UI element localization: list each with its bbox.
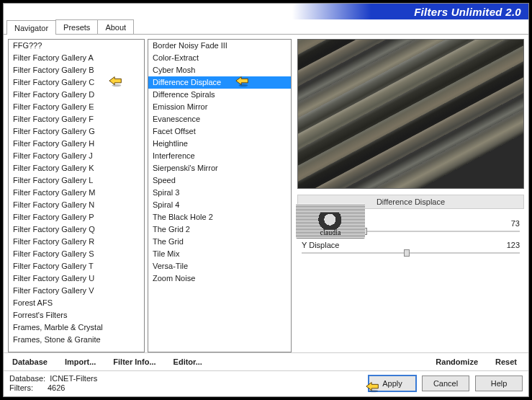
category-item[interactable]: Filter Factory Gallery T	[9, 260, 144, 272]
filter-list-panel: Border Noisy Fade IIIColor-ExtractCyber …	[148, 39, 292, 352]
param-value: 73	[511, 219, 520, 228]
category-item[interactable]: Forrest's Filters	[9, 309, 144, 321]
editor-button[interactable]: Editor...	[173, 357, 202, 366]
category-item[interactable]: Frames, Stone & Granite	[9, 334, 144, 346]
category-item[interactable]: Frames, Marble & Crystal	[9, 321, 144, 334]
filter-item[interactable]: Emission Mirror	[148, 101, 291, 113]
category-item[interactable]: Filter Factory Gallery D	[9, 89, 144, 101]
toolbar: Database Import... Filter Info... Editor…	[4, 352, 528, 370]
tabs-row: NavigatorPresetsAbout	[4, 19, 528, 35]
category-item[interactable]: Filter Factory Gallery L	[9, 174, 144, 187]
filter-item[interactable]: Versa-Tile	[148, 260, 291, 272]
filter-item[interactable]: Difference Spirals	[148, 89, 291, 101]
filter-item[interactable]: Speed	[148, 174, 291, 187]
pointer-icon	[365, 381, 381, 394]
reset-button[interactable]: Reset	[495, 357, 517, 366]
param-slider[interactable]	[302, 252, 520, 254]
apply-button[interactable]: Apply	[369, 375, 416, 391]
category-item[interactable]: Filter Factory Gallery C	[9, 76, 144, 89]
watermark-text: claudia	[296, 228, 365, 236]
filter-item[interactable]: Tile Mix	[148, 248, 291, 260]
category-item[interactable]: Filter Factory Gallery N	[9, 199, 144, 211]
watermark-overlay: claudia	[296, 204, 365, 239]
category-list-panel: FFG???Filter Factory Gallery AFilter Fac…	[8, 39, 145, 352]
filter-info-button[interactable]: Filter Info...	[113, 357, 155, 366]
category-item[interactable]: Filter Factory Gallery F	[9, 113, 144, 125]
category-item[interactable]: Filter Factory Gallery P	[9, 211, 144, 223]
slider-thumb[interactable]	[404, 249, 410, 257]
category-item[interactable]: Filter Factory Gallery G	[9, 125, 144, 138]
category-item[interactable]: Filter Factory Gallery A	[9, 52, 144, 64]
filter-item[interactable]: Border Noisy Fade III	[148, 40, 291, 52]
param-row: Y Displace123	[299, 241, 523, 249]
status-db-value: ICNET-Filters	[50, 374, 97, 383]
tab-navigator[interactable]: Navigator	[6, 20, 56, 35]
randomize-button[interactable]: Randomize	[436, 357, 478, 366]
category-item[interactable]: FFG???	[9, 40, 144, 52]
cancel-button[interactable]: Cancel	[422, 375, 469, 391]
category-item[interactable]: Filter Factory Gallery M	[9, 187, 144, 199]
category-item[interactable]: Filter Factory Gallery K	[9, 162, 144, 174]
right-panel: Difference Displace X Displace73Y Displa…	[294, 39, 524, 352]
filter-item[interactable]: Spiral 3	[148, 187, 291, 199]
pointer-icon	[108, 75, 124, 88]
category-item[interactable]: Filter Factory Gallery H	[9, 138, 144, 150]
filter-item[interactable]: Interference	[148, 150, 291, 162]
pointer-icon	[235, 75, 251, 88]
status-bar: Database: ICNET-Filters Filters: 4626 Ap…	[4, 370, 528, 396]
filter-item[interactable]: Cyber Mosh	[148, 64, 291, 76]
filter-item[interactable]: Heightline	[148, 138, 291, 150]
tab-about[interactable]: About	[97, 19, 134, 34]
database-button[interactable]: Database	[12, 357, 48, 366]
app-title: Filters Unlimited 2.0	[414, 6, 521, 18]
status-filters-label: Filters:	[9, 383, 33, 392]
filter-list[interactable]: Border Noisy Fade IIIColor-ExtractCyber …	[148, 40, 291, 352]
category-item[interactable]: Filter Factory Gallery E	[9, 101, 144, 113]
filter-item[interactable]: The Grid	[148, 236, 291, 248]
category-item[interactable]: Filter Factory Gallery S	[9, 248, 144, 260]
category-item[interactable]: Filter Factory Gallery R	[9, 236, 144, 248]
param-label: Y Displace	[302, 241, 339, 249]
preview-image	[297, 39, 524, 189]
category-item[interactable]: Filter Factory Gallery U	[9, 272, 144, 285]
param-value: 123	[507, 241, 520, 249]
main-area: FFG???Filter Factory Gallery AFilter Fac…	[4, 35, 528, 352]
title-bar: Filters Unlimited 2.0	[4, 4, 528, 19]
filter-item[interactable]: The Grid 2	[148, 223, 291, 236]
category-list[interactable]: FFG???Filter Factory Gallery AFilter Fac…	[9, 40, 144, 352]
filter-item[interactable]: The Black Hole 2	[148, 211, 291, 223]
category-item[interactable]: Filter Factory Gallery V	[9, 285, 144, 297]
filter-item[interactable]: Zoom Noise	[148, 272, 291, 285]
filter-item[interactable]: Sierpenski's Mirror	[148, 162, 291, 174]
category-item[interactable]: Filter Factory Gallery Q	[9, 223, 144, 236]
status-db-label: Database:	[9, 374, 45, 383]
filter-item[interactable]: Facet Offset	[148, 125, 291, 138]
category-item[interactable]: Filter Factory Gallery B	[9, 64, 144, 76]
category-item[interactable]: Forest AFS	[9, 297, 144, 309]
help-button[interactable]: Help	[475, 375, 523, 391]
category-item[interactable]: Filter Factory Gallery J	[9, 150, 144, 162]
tab-presets[interactable]: Presets	[55, 19, 98, 34]
app-window: Filters Unlimited 2.0 NavigatorPresetsAb…	[3, 3, 529, 397]
filter-item[interactable]: Spiral 4	[148, 199, 291, 211]
status-filters-value: 4626	[48, 383, 65, 392]
import-button[interactable]: Import...	[65, 357, 96, 366]
filter-item[interactable]: Difference Displace	[148, 76, 291, 89]
filter-item[interactable]: Evanescence	[148, 113, 291, 125]
filter-item[interactable]: Color-Extract	[148, 52, 291, 64]
